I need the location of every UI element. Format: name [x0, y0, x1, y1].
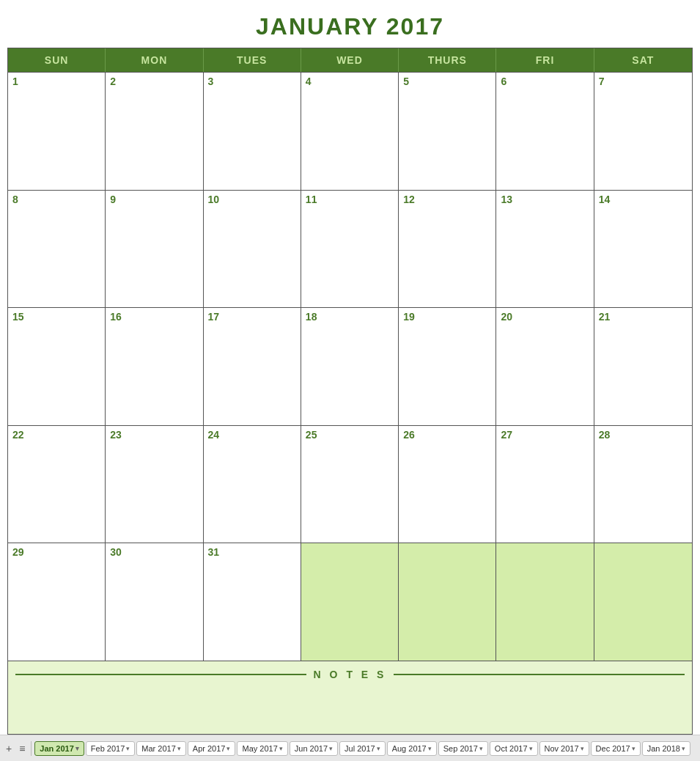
tab-item-nov-2017[interactable]: Nov 2017▾: [539, 741, 589, 756]
day-cell[interactable]: 9: [106, 191, 203, 308]
day-cell[interactable]: [301, 543, 399, 661]
week-row-2: 891011121314: [8, 190, 692, 308]
tab-item-jun-2017[interactable]: Jun 2017▾: [290, 741, 338, 756]
week-row-4: 22232425262728: [8, 425, 692, 543]
day-cell[interactable]: 18: [301, 308, 399, 425]
day-number: 8: [12, 194, 100, 205]
week-row-1: 1234567: [8, 72, 692, 190]
day-cell[interactable]: 11: [301, 191, 399, 308]
tab-label: Dec 2017: [596, 744, 630, 753]
tab-label: Feb 2017: [91, 744, 125, 753]
tab-label: Nov 2017: [545, 744, 579, 753]
day-cell[interactable]: 12: [399, 191, 496, 308]
tab-item-feb-2017[interactable]: Feb 2017▾: [86, 741, 135, 756]
day-cell[interactable]: 5: [399, 73, 496, 190]
notes-line-right: [394, 674, 685, 675]
calendar-title: JANUARY 2017: [7, 7, 693, 48]
tab-item-may-2017[interactable]: May 2017▾: [237, 741, 287, 756]
day-cell[interactable]: 20: [496, 308, 594, 425]
tab-item-jan-2018[interactable]: Jan 2018▾: [642, 741, 690, 756]
tab-dropdown-icon: ▾: [632, 745, 635, 752]
menu-button[interactable]: ≡: [16, 741, 28, 756]
day-cell[interactable]: 22: [8, 426, 106, 543]
tab-item-aug-2017[interactable]: Aug 2017▾: [387, 741, 437, 756]
tab-item-jan-2017[interactable]: Jan 2017▾: [34, 741, 84, 756]
day-cell[interactable]: 30: [106, 543, 203, 661]
day-number: 6: [501, 76, 589, 87]
day-cell[interactable]: 4: [301, 73, 399, 190]
tab-item-apr-2017[interactable]: Apr 2017▾: [188, 741, 236, 756]
week-row-3: 15161718192021: [8, 307, 692, 425]
day-number: 25: [306, 429, 394, 441]
tab-label: Oct 2017: [495, 744, 528, 753]
day-cell[interactable]: 27: [496, 426, 594, 543]
tab-dropdown-icon: ▾: [682, 745, 685, 752]
day-cell[interactable]: 26: [399, 426, 496, 543]
day-number: 19: [403, 311, 491, 323]
day-cell[interactable]: 25: [301, 426, 399, 543]
notes-line-left: [15, 674, 306, 675]
day-number: 31: [208, 546, 296, 558]
day-cell[interactable]: [496, 543, 594, 661]
notes-label-container: N O T E S: [15, 669, 685, 680]
day-cell[interactable]: [399, 543, 496, 661]
day-cell[interactable]: 8: [8, 191, 106, 308]
tab-label: Jul 2017: [345, 744, 375, 753]
day-cell[interactable]: 23: [106, 426, 203, 543]
tab-item-dec-2017[interactable]: Dec 2017▾: [591, 741, 641, 756]
day-number: 17: [208, 311, 296, 323]
day-number: 26: [403, 429, 491, 441]
day-cell[interactable]: 14: [594, 191, 692, 308]
day-cell[interactable]: 7: [594, 73, 692, 190]
day-number: 1: [12, 76, 100, 87]
day-header-mon: MON: [106, 48, 203, 72]
day-cell[interactable]: 1: [8, 73, 106, 190]
day-number: 20: [501, 311, 589, 323]
day-cell[interactable]: 31: [204, 543, 301, 661]
day-number: 16: [110, 311, 198, 323]
tab-label: Mar 2017: [141, 744, 175, 753]
day-cell[interactable]: 6: [496, 73, 594, 190]
day-cell[interactable]: 29: [8, 543, 106, 661]
add-tab-button[interactable]: +: [3, 741, 15, 756]
day-number: 28: [599, 429, 688, 441]
day-number: 12: [403, 194, 491, 205]
tab-item-jul-2017[interactable]: Jul 2017▾: [339, 741, 386, 756]
day-cell[interactable]: 10: [204, 191, 301, 308]
day-cell[interactable]: 3: [204, 73, 301, 190]
tab-dropdown-icon: ▾: [581, 745, 584, 752]
tab-label: Aug 2017: [392, 744, 427, 753]
notes-label: N O T E S: [314, 669, 387, 680]
tab-item-sep-2017[interactable]: Sep 2017▾: [438, 741, 488, 756]
day-header-sat: SAT: [594, 48, 692, 72]
day-cell[interactable]: 15: [8, 308, 106, 425]
tab-item-mar-2017[interactable]: Mar 2017▾: [136, 741, 185, 756]
tab-dropdown-icon: ▾: [126, 745, 130, 752]
tab-label: Jan 2018: [647, 744, 680, 753]
day-header-fri: FRI: [496, 48, 594, 72]
day-cell[interactable]: 13: [496, 191, 594, 308]
day-number: 5: [403, 76, 491, 87]
day-cell[interactable]: 17: [204, 308, 301, 425]
day-number: 9: [110, 194, 198, 205]
day-header-thurs: THURS: [399, 48, 496, 72]
tab-bar: + ≡ Jan 2017▾Feb 2017▾Mar 2017▾Apr 2017▾…: [0, 735, 700, 761]
day-cell[interactable]: 2: [106, 73, 203, 190]
day-header-wed: WED: [301, 48, 399, 72]
day-cell[interactable]: [594, 543, 692, 661]
day-number: 30: [110, 546, 198, 558]
tab-separator: [31, 741, 32, 756]
tab-label: May 2017: [242, 744, 277, 753]
day-number: 10: [208, 194, 296, 205]
day-number: 14: [599, 194, 688, 205]
day-number: 13: [501, 194, 589, 205]
day-cell[interactable]: 21: [594, 308, 692, 425]
tab-label: Jan 2017: [40, 744, 73, 753]
tab-item-oct-2017[interactable]: Oct 2017▾: [490, 741, 538, 756]
day-cell[interactable]: 16: [106, 308, 203, 425]
tab-dropdown-icon: ▾: [428, 745, 432, 752]
tab-dropdown-icon: ▾: [75, 745, 79, 752]
day-cell[interactable]: 24: [204, 426, 301, 543]
day-cell[interactable]: 19: [399, 308, 496, 425]
day-cell[interactable]: 28: [594, 426, 692, 543]
